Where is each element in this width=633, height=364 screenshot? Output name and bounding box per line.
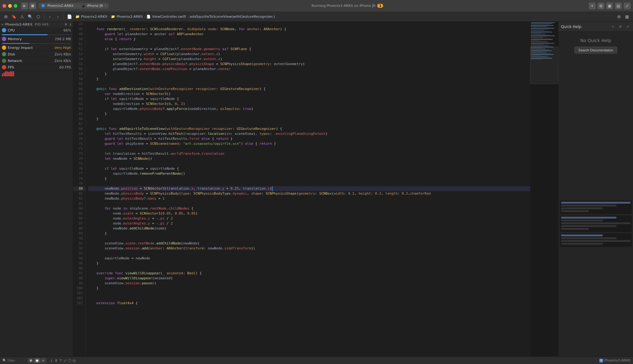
status-action-6[interactable]: ◎ <box>73 358 76 363</box>
code-line-91: sceneView.scene.rootNode.addChildNode(ne… <box>88 241 530 246</box>
split-horizontal-button[interactable]: ▣ <box>606 2 613 9</box>
ln-74: 74 <box>73 156 85 161</box>
inspect-icon[interactable]: ℹ <box>70 23 71 26</box>
breadcrumb-item-2[interactable]: Phoenix2-ARKit <box>117 15 143 19</box>
ln-85: 85 <box>73 211 85 216</box>
disk-label: Disk <box>8 52 55 56</box>
status-action-5[interactable]: ⬡ <box>68 358 71 363</box>
energy-row: Energy Impact Very High <box>0 45 73 51</box>
energy-icon <box>2 45 6 50</box>
status-scheme[interactable]: P Phoenix2-ARKit <box>599 358 631 362</box>
ln-88: 88 <box>73 226 85 231</box>
status-action-4[interactable]: ⤢ <box>64 358 67 363</box>
filter-input[interactable] <box>7 359 26 362</box>
code-line-75 <box>88 161 530 166</box>
fps-bar-6 <box>10 71 11 76</box>
code-lines[interactable]: func renderer(_ renderer: SCNSceneRender… <box>86 22 530 357</box>
preview-line <box>561 205 616 206</box>
grid-view-button[interactable]: ⊞ <box>616 13 622 20</box>
bookmark-button[interactable]: 🔖 <box>11 13 17 20</box>
search-button[interactable]: 🔍 <box>27 13 34 20</box>
breakpoints-button[interactable]: ⬡ <box>35 13 42 20</box>
file-icon: 📄 <box>66 13 73 20</box>
network-icon <box>2 59 6 63</box>
ln-73: 73 <box>73 151 85 156</box>
cpu-bar-fill <box>2 34 48 35</box>
history-button[interactable]: ↺ <box>617 24 623 30</box>
code-line-63: nodeDirection = SCNVector3(0, 0, 2) <box>88 102 530 106</box>
scheme-selector[interactable]: 🔷 Phoenix2-ARKit › | 📱 iPhone JR ▾ <box>39 3 109 9</box>
code-line-59 <box>88 82 530 87</box>
minimap-viewport <box>530 47 558 84</box>
fullscreen-button[interactable]: ⤢ <box>624 2 631 9</box>
pause-icon[interactable]: ⏸ <box>64 23 67 26</box>
add-button[interactable]: + <box>589 2 596 9</box>
chevron-icon: › <box>75 4 76 7</box>
main-layout: ▶ Phoenix2-ARKit PID 449 ⏸ ℹ CPU 66% Mem… <box>0 22 633 357</box>
layout-button[interactable]: ⊞ <box>597 2 604 9</box>
minimap <box>530 22 558 357</box>
memory-icon <box>2 37 6 41</box>
minimap-line <box>531 38 551 39</box>
status-text: Running Phoenix2-ARKit on iPhone JR <box>312 4 375 8</box>
code-line-101 <box>88 291 530 296</box>
warning-badge[interactable]: 1 <box>377 4 383 8</box>
cpu-label: CPU <box>8 28 64 32</box>
breadcrumb-icon-3: 📄 <box>146 15 151 19</box>
fps-row: FPS 60 FPS <box>0 64 73 71</box>
minimap-line <box>531 31 550 31</box>
ln-63: 63 <box>73 102 85 106</box>
close-button[interactable] <box>2 4 6 8</box>
breadcrumb-item-3[interactable]: ViewController.swift <box>152 15 186 19</box>
ln-90: 90 <box>73 236 85 241</box>
energy-label: Energy Impact <box>8 46 55 50</box>
ln-59: 59 <box>73 82 85 87</box>
inspector-toggle[interactable]: ▦ <box>624 13 631 20</box>
ln-65: 65 <box>73 111 85 116</box>
back-button[interactable]: ‹ <box>46 13 53 20</box>
minimap-line <box>531 42 550 43</box>
split-vertical-button[interactable]: ▤ <box>615 2 622 9</box>
code-line-77: squirtleNode.removeFromParentNode() <box>88 171 530 176</box>
code-line-99: sceneView.session.pause() <box>88 281 530 286</box>
minimap-line <box>531 45 548 45</box>
navigator-toggle[interactable]: ⊞ <box>2 13 9 20</box>
breadcrumb: 📁 Phoenix2-ARKit › 📁 Phoenix2-ARKit › 📄 … <box>75 15 614 19</box>
fps-bar-4 <box>7 71 8 76</box>
scheme-icon: 🔷 <box>41 4 45 8</box>
status-nav-btn-1[interactable]: ⬢ <box>28 358 34 363</box>
status-action-1[interactable]: ↓ <box>50 358 53 363</box>
ln-103: 103 <box>73 301 85 306</box>
stop-button[interactable]: ■ <box>29 2 36 9</box>
ln-83: 83 <box>73 201 85 206</box>
ln-93: 93 <box>73 251 85 256</box>
preview-line <box>561 207 603 209</box>
code-line-62: if let squirtleNode = squirtleNode { <box>88 97 530 102</box>
breadcrumb-item-4[interactable]: addSquirtleToSceneView(withGestureRecogn… <box>190 15 275 19</box>
run-button[interactable]: ▶ <box>21 2 28 9</box>
code-line-66: } <box>88 116 530 121</box>
status-action-3[interactable]: ↑ <box>59 358 62 363</box>
memory-bar-fill <box>2 43 30 44</box>
ln-57: 57 <box>73 72 85 77</box>
ln-95: 95 <box>73 261 85 266</box>
status-nav-btn-3[interactable]: ≡ <box>40 358 46 363</box>
preview-block-3 <box>560 233 632 247</box>
add-bookmark-button[interactable]: ＋ <box>610 24 616 30</box>
breadcrumb-item-1[interactable]: Phoenix2-ARKit <box>81 15 107 19</box>
fps-bar-3 <box>5 71 6 76</box>
issues-button[interactable]: ⚠ <box>19 13 26 20</box>
ln-51: 51 <box>73 42 85 47</box>
share-button[interactable]: ↗ <box>625 24 631 30</box>
search-documentation-button[interactable]: Search Documentation <box>574 47 617 54</box>
minimap-line <box>531 46 550 46</box>
code-line-84: for node in shipScene.rootNode.childNode… <box>88 206 530 211</box>
code-line-102 <box>88 296 530 301</box>
cpu-icon <box>2 28 6 32</box>
minimize-button[interactable] <box>8 4 12 8</box>
code-content[interactable]: 47 48 49 50 51 52 53 54 55 56 57 58 59 6… <box>73 22 558 357</box>
status-action-2[interactable]: ⏸ <box>54 358 58 363</box>
maximize-button[interactable] <box>14 4 17 8</box>
forward-button[interactable]: › <box>55 13 61 20</box>
status-nav-btn-2[interactable]: ● <box>34 358 40 363</box>
